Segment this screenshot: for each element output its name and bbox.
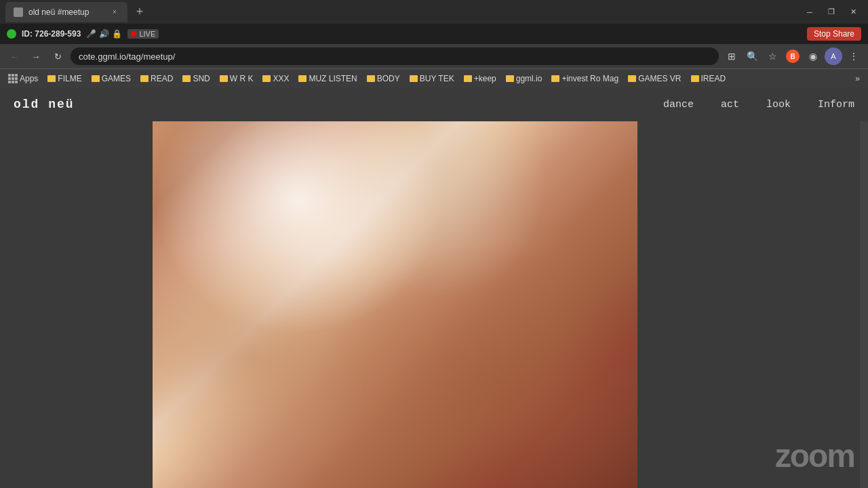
title-bar: old neü #meetup × + ─ ❐ ✕: [0, 0, 868, 24]
zoom-meeting-id: ID: 726-289-593: [22, 29, 81, 39]
bookmark-invest-ro-mag-label: +invest Ro Mag: [561, 74, 618, 83]
bookmark-invest-ro-mag[interactable]: +invest Ro Mag: [547, 73, 623, 85]
extensions-icon[interactable]: ⊞: [723, 47, 741, 65]
profile-initial: A: [825, 47, 842, 65]
nav-link-dance[interactable]: dance: [663, 99, 694, 110]
bookmark-games[interactable]: GAMES: [87, 73, 135, 85]
page-scrollbar[interactable]: [860, 87, 868, 488]
folder-icon: [628, 75, 636, 82]
zoom-status-indicator: [7, 29, 16, 39]
bookmark-read[interactable]: READ: [136, 73, 177, 85]
folder-icon: [551, 75, 559, 82]
forward-button[interactable]: →: [27, 47, 45, 65]
bookmark-body[interactable]: BODY: [363, 73, 404, 85]
url-text: cote.ggml.io/tag/meetup/: [79, 52, 175, 62]
address-bar: ← → ↻ cote.ggml.io/tag/meetup/ ⊞ 🔍 ☆ B ◉…: [0, 44, 868, 68]
bookmark-games-vr-label: GAMES VR: [638, 74, 681, 83]
brave-icon[interactable]: B: [784, 47, 802, 65]
site-nav-links: dance act look Inform: [663, 99, 854, 110]
zoom-watermark: zoom: [775, 437, 854, 474]
folder-icon: [410, 75, 418, 82]
bookmark-games-vr[interactable]: GAMES VR: [624, 73, 685, 85]
bookmark-wrk-label: W R K: [230, 74, 254, 83]
bookmark-wrk[interactable]: W R K: [216, 73, 258, 85]
bookmark-snd-label: SND: [193, 74, 210, 83]
search-icon[interactable]: 🔍: [743, 47, 761, 65]
close-button[interactable]: ✕: [844, 5, 863, 20]
microphone-icon: 🎤: [86, 29, 96, 39]
bookmark-read-label: READ: [151, 74, 173, 83]
bookmark-keep[interactable]: +keep: [460, 73, 500, 85]
bookmark-ggmlio[interactable]: ggml.io: [502, 73, 547, 85]
bookmark-games-label: GAMES: [102, 74, 131, 83]
bookmark-ggmlio-label: ggml.io: [516, 74, 542, 83]
folder-icon: [298, 75, 307, 82]
speaker-icon: 🔊: [99, 29, 109, 39]
bookmark-apps[interactable]: Apps: [4, 73, 42, 85]
wallet-icon[interactable]: ◉: [804, 47, 822, 65]
zoom-live-badge: LIVE: [127, 29, 159, 39]
url-bar[interactable]: cote.ggml.io/tag/meetup/: [71, 47, 719, 65]
back-button[interactable]: ←: [5, 47, 23, 65]
bookmark-snd[interactable]: SND: [178, 73, 214, 85]
profile-avatar[interactable]: A: [825, 47, 842, 65]
live-dot: [131, 31, 136, 37]
nav-link-look[interactable]: look: [766, 99, 791, 110]
tab-close-button[interactable]: ×: [110, 7, 119, 17]
tab-favicon: [14, 7, 23, 17]
folder-icon: [140, 75, 149, 82]
bookmark-xxx[interactable]: XXX: [258, 73, 293, 85]
bookmark-keep-label: +keep: [474, 74, 496, 83]
site-logo[interactable]: old neü: [14, 98, 75, 111]
folder-icon: [506, 75, 514, 82]
bookmark-muz-listen-label: MUZ LISTEN: [309, 74, 357, 83]
bookmark-buy-tek[interactable]: BUY TEK: [406, 73, 458, 85]
maximize-button[interactable]: ❐: [822, 5, 841, 20]
folder-icon: [182, 75, 191, 82]
zoom-bar: ID: 726-289-593 🎤 🔊 🔒 LIVE Stop Share: [0, 24, 868, 44]
active-tab[interactable]: old neü #meetup ×: [5, 2, 127, 22]
mars-landscape-image: [153, 121, 637, 488]
browser-chrome: old neü #meetup × + ─ ❐ ✕ ID: 726-289-59…: [0, 0, 868, 87]
apps-grid-icon: [8, 74, 18, 83]
stop-share-button[interactable]: Stop Share: [807, 27, 861, 41]
more-bookmarks-button[interactable]: »: [851, 73, 864, 85]
zoom-meeting-info: ID: 726-289-593 🎤 🔊 🔒 LIVE: [7, 29, 159, 39]
minimize-button[interactable]: ─: [800, 5, 819, 20]
nav-link-inform[interactable]: Inform: [818, 99, 854, 110]
browser-menu-button[interactable]: ⋮: [845, 47, 863, 65]
bookmark-body-label: BODY: [377, 74, 400, 83]
folder-icon: [367, 75, 375, 82]
refresh-button[interactable]: ↻: [49, 47, 66, 65]
bookmark-filme[interactable]: FILME: [43, 73, 85, 85]
zoom-audio-controls[interactable]: 🎤 🔊 🔒: [86, 29, 122, 39]
bookmark-iread[interactable]: IREAD: [687, 73, 730, 85]
bookmark-muz-listen[interactable]: MUZ LISTEN: [294, 73, 361, 85]
folder-icon: [691, 75, 699, 82]
new-tab-button[interactable]: +: [130, 3, 149, 22]
window-controls: ─ ❐ ✕: [800, 5, 863, 20]
site-navigation: old neü dance act look Inform: [0, 87, 868, 121]
nav-link-act[interactable]: act: [721, 99, 739, 110]
toolbar-icons: ⊞ 🔍 ☆ B ◉ A ⋮: [723, 47, 863, 65]
bookmark-star-icon[interactable]: ☆: [764, 47, 781, 65]
tab-bar: old neü #meetup × +: [5, 2, 800, 22]
bookmark-xxx-label: XXX: [273, 74, 289, 83]
folder-icon: [262, 75, 271, 82]
folder-icon: [92, 75, 100, 82]
website-content: old neü dance act look Inform zoom: [0, 87, 868, 488]
bookmark-iread-label: IREAD: [701, 74, 726, 83]
bookmark-filme-label: FILME: [58, 74, 81, 83]
folder-icon: [220, 75, 228, 82]
bookmark-buy-tek-label: BUY TEK: [420, 74, 454, 83]
bookmarks-bar: Apps FILME GAMES READ SND W R K XXX MUZ: [0, 68, 868, 87]
brave-logo: B: [786, 49, 800, 63]
folder-icon: [47, 75, 56, 82]
folder-icon: [464, 75, 472, 82]
main-image-container: [153, 121, 637, 488]
tab-title: old neü #meetup: [28, 7, 104, 17]
lock-icon: 🔒: [112, 29, 122, 39]
bookmark-apps-label: Apps: [20, 74, 38, 83]
